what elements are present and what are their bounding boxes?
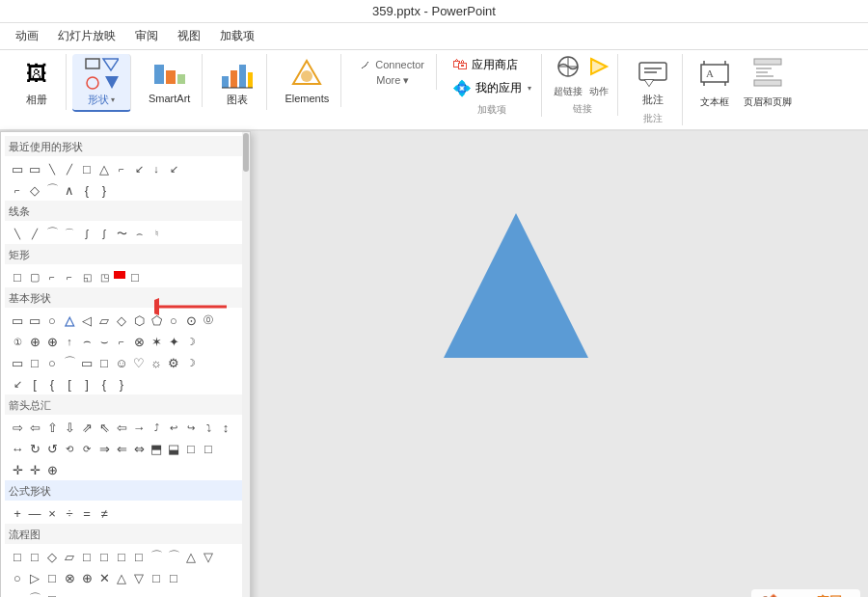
line-curve2[interactable]: ⌒ — [61, 225, 78, 242]
photo-button[interactable]: 🖼 相册 — [14, 54, 60, 110]
arrow-plus1[interactable]: ✛ — [9, 461, 26, 478]
menu-slideshow[interactable]: 幻灯片放映 — [50, 25, 123, 47]
basic-sq3[interactable]: □ — [95, 354, 113, 371]
panel-scrollbar[interactable] — [242, 132, 250, 597]
formula-div[interactable]: ÷ — [61, 504, 78, 522]
rect-rounded[interactable]: ▢ — [26, 268, 43, 285]
shape-corner1[interactable]: ⌐ — [113, 160, 130, 177]
rect-filled[interactable] — [114, 271, 125, 279]
shape-rect2[interactable]: ▭ — [26, 160, 43, 177]
formula-times[interactable]: × — [43, 504, 61, 522]
arrow-lr[interactable]: ↔ — [9, 440, 26, 457]
basic-sun[interactable]: ☼ — [148, 354, 165, 371]
basic-rect3[interactable]: ▭ — [78, 354, 95, 371]
basic-triangle[interactable]: △ — [61, 312, 78, 329]
menu-review[interactable]: 审阅 — [127, 25, 166, 47]
arrow-dbl-r[interactable]: ⇒ — [95, 440, 113, 457]
flow-x[interactable]: ⊗ — [61, 569, 78, 586]
flow-rect5[interactable]: □ — [113, 548, 130, 565]
basic-chord[interactable]: ⌣ — [95, 333, 113, 350]
shape-rect1[interactable]: ▭ — [9, 160, 26, 177]
basic-rect2[interactable]: ▭ — [9, 354, 26, 371]
arrow-ul[interactable]: ⇖ — [95, 419, 113, 436]
basic-star4[interactable]: ✶ — [148, 333, 165, 350]
line-freeform[interactable]: ∫ — [78, 225, 95, 242]
arrow-r[interactable]: ⇨ — [9, 419, 26, 436]
more-label[interactable]: More ▾ — [359, 74, 409, 87]
flow-arrow[interactable]: ▷ — [26, 569, 43, 586]
basic-burst[interactable]: ✦ — [165, 333, 182, 350]
basic-oval[interactable]: ○ — [43, 312, 61, 329]
basic-brace2[interactable]: { — [95, 375, 113, 393]
flow-rect4[interactable]: □ — [95, 548, 113, 565]
arrow-bent-l[interactable]: ↩ — [165, 419, 182, 436]
basic-up-arrow[interactable]: ↑ — [61, 333, 78, 350]
menu-animation[interactable]: 动画 — [8, 25, 46, 47]
shape-diamond[interactable]: ◇ — [26, 181, 43, 199]
basic-num[interactable]: ⓪ — [200, 312, 217, 329]
flow-oval2[interactable]: ⌒ — [165, 548, 182, 565]
flow-times2[interactable]: ✕ — [95, 569, 113, 586]
basic-num2[interactable]: ① — [9, 333, 26, 350]
flow-circ[interactable]: ○ — [61, 590, 78, 597]
flow-sq[interactable]: □ — [43, 590, 61, 597]
shape-brace-l[interactable]: { — [78, 181, 95, 199]
basic-oct[interactable]: ⬠ — [148, 312, 165, 329]
rect-snip1[interactable]: ⌐ — [43, 268, 61, 285]
basic-hex[interactable]: ⬡ — [130, 312, 148, 329]
formula-neq[interactable]: ≠ — [95, 504, 113, 522]
arrow-sq3[interactable]: □ — [182, 440, 200, 457]
shape-line2[interactable]: ╱ — [61, 160, 78, 177]
flow-rect[interactable]: □ — [9, 548, 26, 565]
shape-arrow-d[interactable]: ↓ — [148, 160, 165, 177]
basic-arc3[interactable]: ⌒ — [61, 354, 78, 371]
basic-heart[interactable]: ♡ — [130, 354, 148, 371]
basic-para[interactable]: ▱ — [95, 312, 113, 329]
chart-button[interactable]: 图表 — [214, 54, 260, 110]
arrow-sq1[interactable]: ⬒ — [148, 440, 165, 457]
flow-tri[interactable]: △ — [182, 548, 200, 565]
shape-arrow-dl[interactable]: ↙ — [130, 160, 148, 177]
menu-addins[interactable]: 加载项 — [212, 25, 262, 47]
arrow-ccw[interactable]: ↺ — [43, 440, 61, 457]
rect-double-corner[interactable]: ◱ — [78, 268, 95, 285]
arrow-loop-r[interactable]: ⟳ — [78, 440, 95, 457]
basic-arc2[interactable]: ⌢ — [78, 333, 95, 350]
formula-minus[interactable]: — — [26, 504, 43, 522]
triangle-shape[interactable] — [444, 208, 588, 363]
line-diag1[interactable]: ╲ — [9, 225, 26, 242]
flow-arc[interactable]: ⌒ — [26, 590, 43, 597]
basic-rect-a[interactable]: ▭ — [9, 312, 26, 329]
arrow-loop-l[interactable]: ⟲ — [61, 440, 78, 457]
flow-rect7[interactable]: □ — [43, 569, 61, 586]
flow-para[interactable]: ▱ — [61, 548, 78, 565]
basic-frame[interactable]: ⌐ — [113, 333, 130, 350]
arrow-l[interactable]: ⇦ — [26, 419, 43, 436]
arrow-dbl-lr[interactable]: ⇔ — [130, 440, 148, 457]
arrow-l2[interactable]: ⇦ — [113, 419, 130, 436]
rect-snip2[interactable]: ⌐ — [61, 268, 78, 285]
basic-gear[interactable]: ⚙ — [165, 354, 182, 371]
basic-rtriangle[interactable]: ◁ — [78, 312, 95, 329]
shapes-button[interactable]: 形状 ▾ — [78, 54, 124, 110]
arrow-d[interactable]: ⇩ — [61, 419, 78, 436]
connector-button[interactable]: ⟋ Connector More ▾ — [353, 54, 430, 90]
rect-diag-corner[interactable]: ◳ — [95, 268, 113, 285]
arrow-down-bent[interactable]: ⤵ — [200, 419, 217, 436]
my-apps-button[interactable]: 💠 我的应用 ▾ — [448, 77, 535, 99]
line-diag2[interactable]: ╱ — [26, 225, 43, 242]
flow-rect3[interactable]: □ — [78, 548, 95, 565]
basic-bracket4[interactable]: ] — [78, 375, 95, 393]
flow-rect6[interactable]: □ — [130, 548, 148, 565]
scrollbar-thumb[interactable] — [243, 133, 249, 172]
arrow-dbl-l[interactable]: ⇐ — [113, 440, 130, 457]
flow-oval[interactable]: ⌒ — [148, 548, 165, 565]
arrow-straight[interactable]: → — [130, 419, 148, 436]
flow-tape[interactable]: ▭ — [9, 590, 26, 597]
rect-plain[interactable]: □ — [9, 268, 26, 285]
arrow-sq2[interactable]: ⬓ — [165, 440, 182, 457]
flow-circle[interactable]: ○ — [9, 569, 26, 586]
line-elbow1[interactable]: ⌢ — [130, 225, 148, 242]
line-wave1[interactable]: 〜 — [113, 225, 130, 242]
arrow-ud[interactable]: ↕ — [217, 419, 234, 436]
